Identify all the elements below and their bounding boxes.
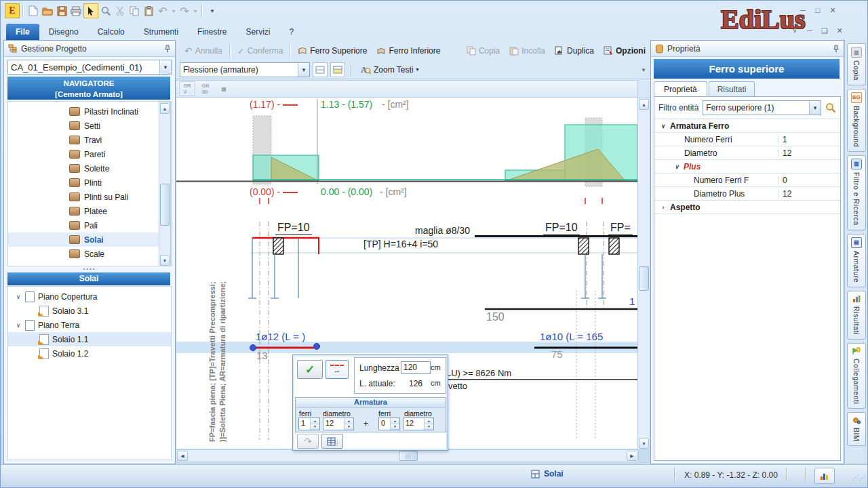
scroll-up-icon[interactable]: ▲: [160, 103, 170, 114]
spinner-buttons[interactable]: ▲▼: [390, 418, 399, 430]
save-icon[interactable]: [55, 4, 68, 18]
tree-item-solette[interactable]: Solette: [8, 161, 171, 176]
copia-button[interactable]: Copia: [462, 43, 505, 59]
toolbar-options-icon[interactable]: ▾: [205, 4, 219, 18]
doc-minimize-icon[interactable]: ─: [802, 25, 817, 36]
layout-split-icon[interactable]: [330, 62, 345, 77]
incolla-button[interactable]: Incolla: [505, 43, 550, 59]
drawing-vscrollbar[interactable]: ▲ ▼: [637, 98, 650, 450]
spinner-buttons[interactable]: ▲▼: [344, 418, 353, 430]
side-tab-armature[interactable]: ▤Armature: [847, 234, 866, 287]
mode-combo[interactable]: Flessione (armature) ▾: [180, 62, 310, 77]
group-expand-icon[interactable]: ∨: [673, 163, 680, 170]
select-cursor-icon[interactable]: [83, 3, 98, 18]
scroll-left-icon[interactable]: ◀: [177, 451, 188, 461]
scroll-up-icon[interactable]: ▲: [639, 99, 649, 110]
search-entity-icon[interactable]: [825, 102, 836, 113]
menu-strumenti[interactable]: Strumenti: [134, 24, 188, 40]
doc-close-icon[interactable]: ✕: [832, 25, 847, 36]
maximize-window-icon[interactable]: □: [810, 5, 825, 16]
tree-item-pilastri-inclinati[interactable]: Pilastri Inclinati: [8, 104, 171, 119]
tree-item-solai[interactable]: Solai: [8, 232, 171, 247]
side-tab-copia[interactable]: ▦Copia: [847, 43, 866, 85]
tree-item-plinti-su-pali[interactable]: Plinti su Pali: [8, 190, 171, 204]
group-armatura-ferro[interactable]: ∨Armatura Ferro: [654, 119, 840, 133]
tree-item-plinti[interactable]: Plinti: [8, 176, 171, 190]
side-tab-collegamenti[interactable]: Collegamenti: [847, 343, 866, 409]
minimize-window-icon[interactable]: ─: [795, 5, 810, 16]
scrollbar-thumb[interactable]: [639, 266, 649, 291]
lunghezza-input[interactable]: 120: [401, 361, 431, 374]
menu-servizi[interactable]: Servizi: [236, 24, 279, 40]
close-window-icon[interactable]: ✕: [825, 5, 840, 16]
duplica-button[interactable]: Duplica: [550, 43, 599, 59]
tree-item-scale[interactable]: Scale: [8, 247, 171, 261]
apply-rotation-button[interactable]: ↷: [297, 434, 319, 449]
tree-item-setti[interactable]: Setti: [8, 119, 171, 133]
tree-item-pareti[interactable]: Pareti: [8, 147, 171, 161]
undo-icon[interactable]: ↶: [156, 4, 170, 18]
menu-help[interactable]: ?: [279, 24, 303, 40]
gr-3d-icon[interactable]: GR3D: [197, 81, 214, 96]
tree-item-solaio-1-1[interactable]: Solaio 1.1: [8, 332, 171, 346]
menu-finestre[interactable]: Finestre: [188, 24, 236, 40]
tree-item-piano-terra[interactable]: ∨Piano Terra: [8, 318, 171, 332]
pin-icon[interactable]: [833, 45, 840, 53]
scrollbar-thumb[interactable]: |||: [399, 451, 418, 461]
grid-snap-icon[interactable]: ▦: [216, 81, 232, 96]
prop-row-diametro[interactable]: Diametro12: [654, 146, 840, 160]
tree-item-solaio-3-1[interactable]: Solaio 3.1: [8, 304, 171, 318]
zoom-search-icon[interactable]: [99, 4, 113, 18]
conferma-button[interactable]: ✓Conferma: [233, 43, 288, 59]
ferri-plus-spinner[interactable]: 0▲▼: [378, 418, 400, 430]
collapse-icon[interactable]: ∨: [787, 25, 802, 36]
table-edit-button[interactable]: [321, 434, 343, 449]
pin-icon[interactable]: [164, 45, 171, 53]
tab-proprieta[interactable]: Proprietà: [654, 81, 707, 97]
scroll-right-icon[interactable]: ▶: [627, 451, 637, 461]
filter-combo[interactable]: Ferro superiore (1) ▾: [703, 100, 821, 115]
layout-single-icon[interactable]: [313, 62, 328, 77]
scrollbar-thumb[interactable]: [160, 184, 170, 226]
spinner-buttons[interactable]: ▲▼: [310, 418, 319, 430]
app-icon[interactable]: E: [5, 3, 20, 18]
opzioni-button[interactable]: Opzioni: [599, 43, 650, 59]
panel-splitter[interactable]: ••••: [4, 266, 175, 272]
print-icon[interactable]: [69, 4, 83, 18]
ferro-superiore-button[interactable]: Ferro Superiore: [293, 43, 372, 59]
undo-dropdown-icon[interactable]: ▾: [170, 4, 177, 18]
side-tab-bim[interactable]: BIM: [847, 412, 866, 446]
collapse-chevron-icon[interactable]: ∨: [15, 293, 22, 300]
resize-grip[interactable]: ⋰⋰: [852, 474, 866, 481]
doc-restore-icon[interactable]: ❏: [817, 25, 832, 36]
spinner-buttons[interactable]: ▲▼: [424, 418, 433, 430]
gr-view-icon[interactable]: GRV: [179, 81, 195, 96]
tab-risultati[interactable]: Risultati: [709, 81, 755, 97]
project-selector[interactable]: CA_01_Esempio_(Cedimenti_01) ▾: [7, 60, 172, 75]
collapse-chevron-icon[interactable]: ∨: [15, 322, 22, 329]
mode-combo-arrow-icon[interactable]: ▾: [298, 63, 309, 77]
confirm-button[interactable]: ✓: [297, 360, 323, 379]
group-aspetto[interactable]: ›Aspetto: [654, 201, 840, 214]
diametro-plus-spinner[interactable]: 12▲▼: [403, 418, 434, 430]
status-chart-icon[interactable]: [814, 468, 835, 484]
redo-icon[interactable]: ↷: [178, 4, 191, 18]
menu-file[interactable]: File: [6, 24, 39, 40]
diametro-spinner[interactable]: 12▲▼: [323, 418, 354, 430]
copy-icon[interactable]: [127, 4, 141, 18]
menu-calcolo[interactable]: Calcolo: [88, 24, 134, 40]
tree-item-piano-copertura[interactable]: ∨Piano Copertura: [8, 289, 171, 304]
scroll-down-icon[interactable]: ▼: [639, 438, 649, 449]
group-expand-icon[interactable]: ∨: [660, 123, 667, 129]
tree-item-travi[interactable]: Travi: [8, 133, 171, 147]
new-file-icon[interactable]: [26, 4, 40, 18]
tree-item-solaio-1-2[interactable]: Solaio 1.2: [8, 346, 171, 361]
rebar-1o10-label[interactable]: 1ø10 (L = 165: [540, 331, 603, 342]
tree-item-pali[interactable]: Pali: [8, 218, 171, 232]
group-plus[interactable]: ∨Plus: [654, 160, 840, 174]
ferri-spinner[interactable]: 1▲▼: [298, 418, 320, 430]
group-collapsed-icon[interactable]: ›: [660, 204, 667, 211]
drawing-hscrollbar[interactable]: ◀ ||| ▶: [176, 449, 639, 462]
scroll-down-icon[interactable]: ▼: [160, 255, 170, 266]
prop-row-numero-ferri-plus[interactable]: Numero Ferri F0: [654, 174, 840, 187]
